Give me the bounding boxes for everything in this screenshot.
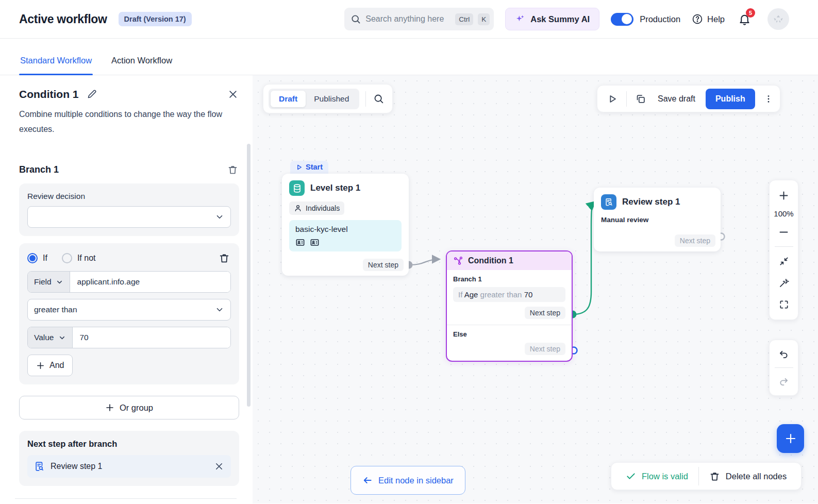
node-review-step[interactable]: Review step 1 Manual review Next step (594, 188, 721, 251)
flow-valid-status: Flow is valid (615, 471, 698, 481)
duplicate-button[interactable] (634, 92, 647, 106)
search-input[interactable] (365, 14, 450, 24)
fit-view-button[interactable] (774, 251, 794, 271)
value-type-select[interactable]: Value (28, 327, 73, 348)
id-card-icon (295, 238, 305, 247)
history-toolbar (769, 340, 798, 396)
next-step-label: Next step after branch (27, 439, 231, 449)
radio-if[interactable] (27, 253, 38, 263)
close-sidebar-button[interactable] (227, 88, 239, 100)
person-icon (294, 204, 302, 212)
start-badge: Start (290, 161, 328, 174)
more-options-button[interactable] (762, 93, 775, 105)
review-decision-card: Review decision (19, 183, 239, 236)
undo-icon (778, 349, 789, 360)
minus-icon (778, 227, 789, 238)
notifications-button[interactable]: 5 (738, 13, 751, 26)
publish-button[interactable]: Publish (706, 89, 755, 109)
zoom-in-button[interactable] (774, 186, 794, 205)
zoom-out-button[interactable] (774, 222, 794, 242)
close-icon (214, 462, 224, 471)
delete-branch-button[interactable] (226, 163, 239, 176)
branch-title: Branch 1 (19, 164, 59, 175)
review-next-step-pill[interactable]: Next step (675, 234, 715, 247)
workflow-canvas[interactable]: Draft Published Save (253, 75, 818, 503)
ask-ai-button[interactable]: Ask Summy AI (505, 8, 599, 30)
level-next-step-pill[interactable]: Next step (363, 259, 404, 271)
remove-next-step-button[interactable] (213, 461, 225, 472)
check-icon (626, 471, 636, 481)
branch-icon (453, 256, 463, 266)
sidebar-title: Condition 1 (19, 88, 78, 100)
global-search[interactable]: Ctrl K (344, 8, 494, 30)
operator-select[interactable]: greater than (27, 299, 231, 321)
field-type-select[interactable]: Field (28, 272, 70, 292)
sidebar-description: Combine multiple conditions to change th… (19, 107, 225, 137)
run-workflow-button[interactable] (606, 92, 619, 106)
play-icon (607, 93, 618, 105)
sidebar-divider (15, 498, 237, 499)
add-and-condition-button[interactable]: And (27, 355, 73, 376)
fullscreen-button[interactable] (774, 295, 794, 314)
production-toggle[interactable] (611, 13, 633, 26)
condition-sidebar: Condition 1 Combine multiple conditions … (0, 75, 253, 503)
kbd-k: K (478, 13, 490, 25)
divider (365, 91, 366, 107)
field-path-input[interactable] (70, 272, 230, 292)
divider (447, 325, 572, 325)
value-prefix-label: Value (34, 333, 54, 342)
review-decision-select[interactable] (27, 206, 231, 228)
node-condition[interactable]: Condition 1 Branch 1 If Age greater than… (446, 250, 573, 362)
divider (626, 91, 627, 107)
divider (775, 246, 793, 247)
help-button[interactable]: Help (692, 13, 725, 25)
add-or-group-button[interactable]: Or group (19, 396, 239, 419)
or-group-label: Or group (120, 403, 153, 413)
arrow-left-icon (362, 475, 373, 485)
rule-field: Age (464, 290, 478, 299)
value-input[interactable] (73, 327, 231, 348)
tab-action-workflow[interactable]: Action Workflow (110, 56, 173, 75)
undo-button[interactable] (774, 344, 794, 364)
avatar[interactable] (767, 8, 789, 30)
review-node-title: Review step 1 (622, 197, 680, 207)
delete-all-nodes-button[interactable]: Delete all nodes (699, 471, 797, 482)
save-draft-button[interactable]: Save draft (655, 94, 698, 104)
tab-standard-workflow[interactable]: Standard Workflow (19, 56, 93, 75)
search-icon (350, 14, 361, 24)
condition-node-title: Condition 1 (468, 256, 513, 265)
condition-else-label: Else (453, 330, 565, 338)
kyc-level-box[interactable]: basic-kyc-level (289, 220, 402, 251)
workflow-tabs: Standard Workflow Action Workflow (0, 39, 818, 75)
chevron-down-icon (58, 334, 66, 342)
edit-node-in-sidebar-button[interactable]: Edit node in sidebar (350, 466, 465, 495)
kbd-ctrl: Ctrl (455, 13, 473, 25)
help-label: Help (707, 14, 725, 24)
trash-icon (709, 471, 720, 482)
review-icon (34, 461, 45, 472)
condition-next-step-pill[interactable]: Next step (525, 307, 565, 319)
chevron-down-icon (215, 212, 224, 222)
individuals-label: Individuals (306, 204, 340, 212)
rename-condition-button[interactable] (86, 88, 98, 100)
page-title: Active workflow (19, 12, 107, 26)
redo-button[interactable] (774, 372, 794, 391)
delete-rule-button[interactable] (218, 251, 231, 265)
published-tab[interactable]: Published (306, 91, 357, 107)
add-node-button[interactable] (777, 424, 804, 453)
radio-if-not[interactable] (62, 253, 72, 263)
radio-if-not-label: If not (77, 254, 96, 263)
else-next-step-pill[interactable]: Next step (525, 343, 565, 355)
plus-icon (778, 190, 789, 201)
level-node-title: Level step 1 (310, 183, 360, 193)
sidebar-scrollbar[interactable] (247, 144, 251, 407)
node-level-step[interactable]: Level step 1 Individuals basic-kyc-level (282, 174, 409, 276)
value-combo: Value (27, 327, 231, 348)
plus-icon (105, 403, 114, 412)
trash-icon (219, 253, 230, 264)
start-play-icon (296, 164, 303, 171)
next-step-item[interactable]: Review step 1 (27, 455, 231, 478)
auto-layout-button[interactable] (774, 273, 794, 293)
draft-tab[interactable]: Draft (271, 91, 306, 107)
canvas-search-button[interactable] (372, 92, 385, 105)
